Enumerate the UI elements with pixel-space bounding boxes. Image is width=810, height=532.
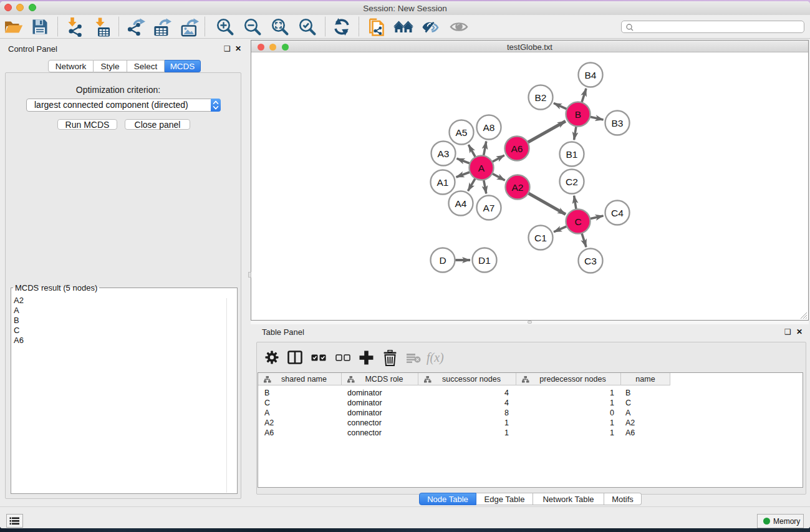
svg-text:A4: A4 (455, 198, 467, 209)
svg-text:A8: A8 (483, 122, 495, 133)
svg-text:A2: A2 (512, 182, 524, 193)
svg-text:C3: C3 (584, 256, 597, 266)
svg-text:C: C (574, 216, 581, 227)
svg-text:A5: A5 (456, 127, 468, 138)
svg-text:B3: B3 (612, 118, 624, 128)
svg-text:B1: B1 (566, 149, 578, 160)
svg-text:D1: D1 (478, 255, 491, 266)
svg-text:A7: A7 (483, 203, 495, 213)
svg-text:A6: A6 (511, 143, 523, 154)
svg-text:C1: C1 (534, 233, 547, 243)
svg-text:B: B (575, 109, 581, 120)
svg-text:A3: A3 (438, 148, 450, 159)
svg-text:B4: B4 (585, 70, 597, 80)
svg-text:C2: C2 (566, 177, 578, 187)
svg-text:C4: C4 (611, 208, 624, 218)
svg-text:B2: B2 (535, 92, 547, 103)
svg-text:A: A (478, 163, 485, 173)
svg-text:D: D (439, 255, 446, 266)
svg-text:A1: A1 (437, 177, 449, 188)
